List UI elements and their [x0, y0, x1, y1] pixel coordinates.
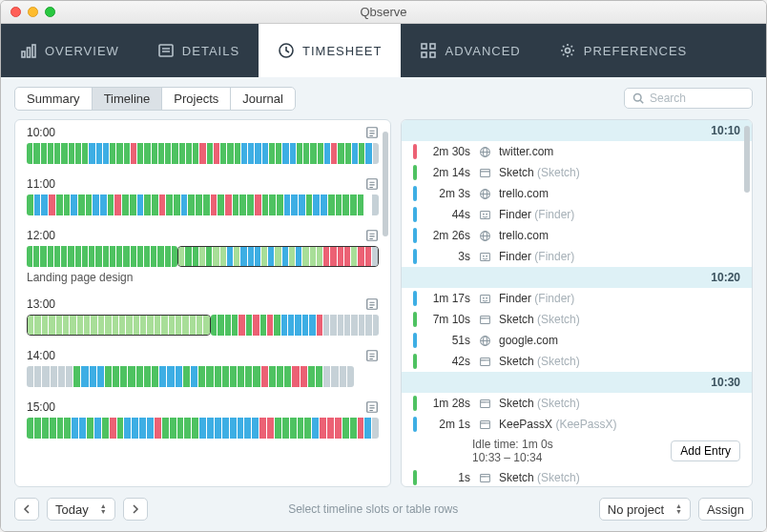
timeline-segment[interactable]: [131, 246, 136, 267]
timeline-segment[interactable]: [215, 366, 221, 387]
timeline-segment[interactable]: [89, 246, 94, 267]
timeline-segment[interactable]: [313, 194, 320, 215]
timeline-segment[interactable]: [275, 418, 281, 439]
timeline-segment[interactable]: [61, 246, 67, 267]
timeline-segment[interactable]: [117, 418, 124, 439]
timeline-segment[interactable]: [152, 194, 158, 215]
detail-entry[interactable]: 7m 10sSketch (Sketch): [402, 309, 752, 330]
timeline-segment[interactable]: [253, 366, 259, 387]
timeline-segment[interactable]: [40, 246, 46, 267]
detail-entry[interactable]: 2m 30stwitter.com: [402, 141, 752, 162]
timeline-segment[interactable]: [81, 366, 88, 387]
timeline-segment[interactable]: [218, 194, 224, 215]
timeline-segment[interactable]: [335, 418, 342, 439]
timeline-segment[interactable]: [268, 247, 274, 266]
timeline-segment[interactable]: [93, 194, 99, 215]
timeline-segment[interactable]: [282, 143, 288, 164]
timeline-segment[interactable]: [358, 247, 363, 266]
timeline-segment[interactable]: [132, 418, 138, 439]
timeline-segment[interactable]: [34, 366, 41, 387]
timeline-segment[interactable]: [227, 247, 233, 266]
timeline-segment[interactable]: [27, 246, 32, 267]
timeline-segment[interactable]: [232, 315, 238, 336]
timeline-bar[interactable]: [27, 366, 354, 387]
timeline-segment[interactable]: [96, 143, 102, 164]
timeline-segment[interactable]: [244, 418, 251, 439]
timeline-segment[interactable]: [110, 143, 115, 164]
timeline-segment[interactable]: [255, 143, 260, 164]
timeline-segment[interactable]: [98, 316, 104, 335]
timeline-segment[interactable]: [144, 143, 150, 164]
timeline-bar[interactable]: [27, 315, 211, 336]
timeline-segment[interactable]: [255, 247, 260, 266]
timeline-segment[interactable]: [151, 246, 156, 267]
project-select[interactable]: No project ▲▼: [599, 498, 691, 521]
timeline-segment[interactable]: [351, 315, 357, 336]
timeline-segment[interactable]: [193, 247, 198, 266]
timeline-segment[interactable]: [203, 316, 209, 335]
scrollbar[interactable]: [744, 126, 750, 193]
timeline-segment[interactable]: [139, 418, 146, 439]
timeline-segment[interactable]: [230, 418, 237, 439]
timeline-segment[interactable]: [56, 194, 63, 215]
note-icon[interactable]: [365, 400, 379, 414]
timeline-segment[interactable]: [119, 316, 125, 335]
timeline-segment[interactable]: [267, 315, 273, 336]
timeline-segment[interactable]: [192, 418, 198, 439]
timeline-segment[interactable]: [259, 418, 266, 439]
detail-entry[interactable]: 1sSketch (Sketch): [402, 467, 752, 486]
timeline-segment[interactable]: [342, 418, 349, 439]
timeline-segment[interactable]: [136, 366, 143, 387]
timeline-segment[interactable]: [338, 143, 343, 164]
timeline-segment[interactable]: [277, 366, 283, 387]
timeline-segment[interactable]: [238, 418, 244, 439]
nav-overview[interactable]: OVERVIEW: [1, 24, 138, 77]
timeline-segment[interactable]: [338, 247, 343, 266]
detail-entry[interactable]: 3sFinder (Finder): [402, 246, 752, 267]
timeline-segment[interactable]: [177, 418, 184, 439]
timeline-segment[interactable]: [240, 247, 246, 266]
timeline-segment[interactable]: [89, 143, 94, 164]
timeline-segment[interactable]: [282, 247, 288, 266]
timeline-segment[interactable]: [344, 247, 350, 266]
timeline-segment[interactable]: [199, 247, 205, 266]
timeline-segment[interactable]: [155, 418, 161, 439]
timeline-segment[interactable]: [183, 366, 190, 387]
assign-button[interactable]: Assign: [698, 498, 753, 521]
timeline-segment[interactable]: [288, 315, 294, 336]
timeline-segment[interactable]: [69, 143, 74, 164]
timeline-segment[interactable]: [56, 316, 62, 335]
timeline-segment[interactable]: [185, 247, 191, 266]
timeline-segment[interactable]: [161, 316, 167, 335]
timeline-segment[interactable]: [350, 194, 357, 215]
timeline-segment[interactable]: [54, 143, 60, 164]
timeline-segment[interactable]: [27, 194, 33, 215]
timeline-segment[interactable]: [233, 194, 239, 215]
timeline-segment[interactable]: [234, 247, 239, 266]
timeline-segment[interactable]: [372, 194, 379, 215]
detail-entry[interactable]: 51sgoogle.com: [402, 330, 752, 351]
timeline-segment[interactable]: [308, 366, 315, 387]
timeline-segment[interactable]: [373, 315, 379, 336]
timeline-segment[interactable]: [230, 366, 237, 387]
timeline-segment[interactable]: [213, 247, 218, 266]
timeline-segment[interactable]: [102, 418, 109, 439]
timeline-segment[interactable]: [364, 194, 371, 215]
timeline-segment[interactable]: [77, 316, 83, 335]
timeline-segment[interactable]: [103, 246, 109, 267]
tab-journal[interactable]: Journal: [231, 88, 295, 110]
note-icon[interactable]: [365, 229, 379, 242]
note-icon[interactable]: [365, 126, 379, 139]
timeline-segment[interactable]: [179, 143, 185, 164]
timeline-segment[interactable]: [90, 366, 96, 387]
timeline-segment[interactable]: [284, 194, 291, 215]
add-entry-button[interactable]: Add Entry: [671, 440, 740, 461]
timeline-segment[interactable]: [301, 366, 307, 387]
timeline-segment[interactable]: [61, 143, 67, 164]
timeline-segment[interactable]: [372, 418, 379, 439]
timeline-segment[interactable]: [239, 194, 246, 215]
timeline-segment[interactable]: [57, 418, 64, 439]
timeline-segment[interactable]: [290, 418, 297, 439]
timeline-segment[interactable]: [108, 194, 114, 215]
timeline-segment[interactable]: [252, 418, 259, 439]
